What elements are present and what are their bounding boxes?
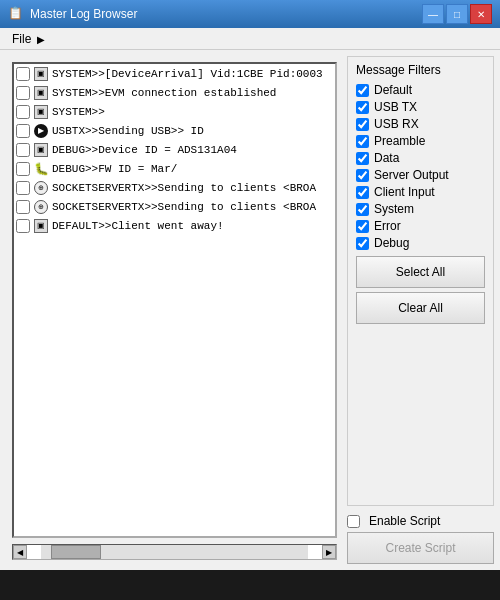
log-entry[interactable]: ▣DEFAULT>>Client went away! — [14, 216, 335, 235]
filter-item-serveroutput: Server Output — [356, 168, 485, 182]
filters-title: Message Filters — [356, 63, 485, 77]
log-entry-icon: ▣ — [33, 104, 49, 120]
log-entry-checkbox[interactable] — [16, 124, 30, 138]
log-entry[interactable]: ▣SYSTEM>>EVM connection established — [14, 83, 335, 102]
title-bar-controls: — □ ✕ — [422, 4, 492, 24]
log-entry[interactable]: ▶USBTX>>Sending USB>> ID — [14, 121, 335, 140]
filter-item-error: Error — [356, 219, 485, 233]
log-entry-checkbox[interactable] — [16, 181, 30, 195]
maximize-button[interactable]: □ — [446, 4, 468, 24]
bottom-bar — [0, 570, 500, 600]
filter-checkbox-usbrx[interactable] — [356, 118, 369, 131]
filter-item-system: System — [356, 202, 485, 216]
main-content: ▣SYSTEM>>[DeviceArrival] Vid:1CBE Pid:00… — [0, 50, 500, 570]
filter-label-error: Error — [374, 219, 401, 233]
scroll-left-button[interactable]: ◀ — [13, 545, 27, 559]
filter-items-list: DefaultUSB TXUSB RXPreambleDataServer Ou… — [356, 83, 485, 250]
filter-checkbox-data[interactable] — [356, 152, 369, 165]
log-entry[interactable]: ⊕SOCKETSERVERTX>>Sending to clients <BRO… — [14, 178, 335, 197]
log-entry-icon: ▣ — [33, 85, 49, 101]
scroll-right-button[interactable]: ▶ — [322, 545, 336, 559]
log-entry-icon: ▣ — [33, 66, 49, 82]
horizontal-scrollbar[interactable]: ◀ ▶ — [12, 544, 337, 560]
file-menu[interactable]: File ▶ — [4, 30, 53, 48]
script-section: Enable Script Create Script — [347, 514, 494, 564]
filter-label-default: Default — [374, 83, 412, 97]
filter-item-preamble: Preamble — [356, 134, 485, 148]
scrollbar-thumb[interactable] — [51, 545, 101, 559]
log-entry-icon: 🐛 — [33, 161, 49, 177]
filter-label-usbtx: USB TX — [374, 100, 417, 114]
log-entry[interactable]: ▣DEBUG>>Device ID = ADS131A04 — [14, 140, 335, 159]
filter-checkbox-error[interactable] — [356, 220, 369, 233]
log-entry-text: SOCKETSERVERTX>>Sending to clients <BROA — [52, 201, 316, 213]
log-entry-icon: ▶ — [33, 123, 49, 139]
log-entry-text: SOCKETSERVERTX>>Sending to clients <BROA — [52, 182, 316, 194]
log-entry-checkbox[interactable] — [16, 219, 30, 233]
enable-script-row: Enable Script — [347, 514, 494, 528]
filter-buttons: Select All Clear All — [356, 256, 485, 324]
filter-item-usbtx: USB TX — [356, 100, 485, 114]
filter-label-preamble: Preamble — [374, 134, 425, 148]
filter-item-default: Default — [356, 83, 485, 97]
log-entry-text: DEBUG>>Device ID = ADS131A04 — [52, 144, 237, 156]
close-button[interactable]: ✕ — [470, 4, 492, 24]
title-bar: 📋 Master Log Browser — □ ✕ — [0, 0, 500, 28]
log-entry[interactable]: ▣SYSTEM>> — [14, 102, 335, 121]
log-entry-icon: ⊕ — [33, 199, 49, 215]
filter-checkbox-preamble[interactable] — [356, 135, 369, 148]
clear-all-button[interactable]: Clear All — [356, 292, 485, 324]
filter-label-system: System — [374, 202, 414, 216]
log-panel[interactable]: ▣SYSTEM>>[DeviceArrival] Vid:1CBE Pid:00… — [12, 62, 337, 538]
filters-section: Message Filters DefaultUSB TXUSB RXPream… — [347, 56, 494, 506]
app-icon: 📋 — [8, 6, 24, 22]
log-entry-icon: ⊕ — [33, 180, 49, 196]
minimize-button[interactable]: — — [422, 4, 444, 24]
create-script-button: Create Script — [347, 532, 494, 564]
select-all-button[interactable]: Select All — [356, 256, 485, 288]
log-entry-icon: ▣ — [33, 218, 49, 234]
title-bar-title: Master Log Browser — [30, 7, 422, 21]
filter-item-data: Data — [356, 151, 485, 165]
log-entry-text: USBTX>>Sending USB>> ID — [52, 125, 204, 137]
filter-item-clientinput: Client Input — [356, 185, 485, 199]
log-entry-icon: ▣ — [33, 142, 49, 158]
filter-checkbox-default[interactable] — [356, 84, 369, 97]
menu-bar: File ▶ — [0, 28, 500, 50]
log-entry-text: DEBUG>>FW ID = Mar/ — [52, 163, 177, 175]
log-entry-text: SYSTEM>>EVM connection established — [52, 87, 276, 99]
log-entry-checkbox[interactable] — [16, 105, 30, 119]
log-entry-checkbox[interactable] — [16, 162, 30, 176]
filter-label-data: Data — [374, 151, 399, 165]
filter-item-debug: Debug — [356, 236, 485, 250]
filter-item-usbrx: USB RX — [356, 117, 485, 131]
filter-checkbox-debug[interactable] — [356, 237, 369, 250]
filter-label-serveroutput: Server Output — [374, 168, 449, 182]
log-entry-checkbox[interactable] — [16, 86, 30, 100]
filter-checkbox-clientinput[interactable] — [356, 186, 369, 199]
menu-arrow-icon: ▶ — [37, 34, 45, 45]
filter-checkbox-system[interactable] — [356, 203, 369, 216]
filter-label-clientinput: Client Input — [374, 185, 435, 199]
enable-script-checkbox[interactable] — [347, 515, 360, 528]
log-entry-checkbox[interactable] — [16, 67, 30, 81]
log-entry[interactable]: 🐛DEBUG>>FW ID = Mar/ — [14, 159, 335, 178]
log-entry-checkbox[interactable] — [16, 200, 30, 214]
enable-script-label: Enable Script — [369, 514, 440, 528]
right-panel: Message Filters DefaultUSB TXUSB RXPream… — [345, 50, 500, 570]
filter-checkbox-serveroutput[interactable] — [356, 169, 369, 182]
log-entry-text: DEFAULT>>Client went away! — [52, 220, 224, 232]
log-entry[interactable]: ⊕SOCKETSERVERTX>>Sending to clients <BRO… — [14, 197, 335, 216]
filter-label-debug: Debug — [374, 236, 409, 250]
filter-checkbox-usbtx[interactable] — [356, 101, 369, 114]
log-entry[interactable]: ▣SYSTEM>>[DeviceArrival] Vid:1CBE Pid:00… — [14, 64, 335, 83]
log-entry-checkbox[interactable] — [16, 143, 30, 157]
filter-label-usbrx: USB RX — [374, 117, 419, 131]
scrollbar-track — [41, 545, 308, 559]
log-entry-text: SYSTEM>> — [52, 106, 105, 118]
log-entry-text: SYSTEM>>[DeviceArrival] Vid:1CBE Pid:000… — [52, 68, 323, 80]
